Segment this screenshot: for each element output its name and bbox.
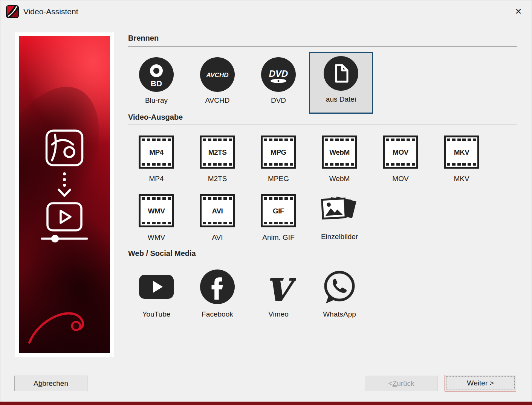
format-label: MPEG [268,175,289,183]
bottom-accent-bar [0,402,532,405]
web-tile-youtube[interactable]: YouTube [126,269,187,318]
filmstrip-icon: AVI [200,194,235,227]
filmstrip-format-text: MP4 [142,149,171,156]
format-tile-webm[interactable]: WebM WebM [309,136,370,183]
web-tile-whatsapp[interactable]: WhatsApp [309,269,370,318]
bluray-badge-text: BD [151,79,162,88]
format-label: Anim. GIF [262,233,295,242]
web-tile-vimeo[interactable]: v Vimeo [248,269,309,318]
section-title-video: Video-Ausgabe [128,113,183,122]
format-label: M2TS [208,175,227,183]
filmstrip-format-text: MKV [447,149,476,156]
filmstrip-icon: MPG [261,136,296,169]
video-assistant-dialog: Video-Assistent ✕ [0,0,532,405]
format-tile-einzelbilder[interactable]: Einzelbilder [309,194,370,241]
next-button[interactable]: Weiter > [445,375,516,391]
web-label: YouTube [142,310,171,318]
preview-panel [15,32,114,357]
divider [128,125,517,125]
format-label: AVI [212,233,223,242]
avchd-icon: AVCHD [200,57,235,92]
avchd-badge-text: AVCHD [206,72,228,79]
back-button[interactable]: < Zurück [365,376,438,391]
video-formats-row-2: WMV WMV AVI AVI GIF Anim. GIF [126,194,370,242]
filmstrip-format-text: MOV [386,149,415,156]
video-formats-row-1: MP4 MP4 M2TS M2TS MPG MPEG WebM [126,136,492,183]
burn-label: AVCHD [205,96,229,105]
format-tile-mkv[interactable]: MKV MKV [431,136,492,183]
format-label: MP4 [149,175,164,183]
back-label: < [388,379,392,388]
filmstrip-format-text: WebM [325,149,354,156]
cancel-label: A [34,379,38,388]
close-icon[interactable]: ✕ [510,5,527,19]
burn-label: DVD [271,96,286,105]
svg-text:v: v [266,269,296,304]
format-label: Einzelbilder [321,233,358,241]
web-targets-row: YouTube Facebook v Vimeo [126,269,370,318]
filmstrip-icon: WMV [139,194,174,227]
format-tile-mp4[interactable]: MP4 MP4 [126,136,187,183]
burn-tile-bluray[interactable]: BD Blu-ray [126,52,187,114]
burn-tile-aus-datei[interactable]: aus Datei [309,52,373,114]
format-label: MKV [454,175,469,183]
filmstrip-format-text: M2TS [203,149,232,156]
photos-stack-icon [321,195,358,227]
filmstrip-format-text: MPG [264,149,293,156]
web-label: Facebook [202,310,233,318]
app-logo-icon [6,5,19,18]
cancel-button[interactable]: Abbrechen [14,376,87,391]
burn-label: Blu-ray [145,96,168,105]
photo-icon [47,131,83,165]
format-tile-anim-gif[interactable]: GIF Anim. GIF [248,194,309,242]
burn-tile-dvd[interactable]: DVD DVD [248,52,309,114]
filmstrip-icon: GIF [261,194,296,227]
titlebar: Video-Assistent ✕ [0,0,532,23]
flower-stem [19,267,110,346]
window-title: Video-Assistent [23,0,78,23]
format-tile-m2ts[interactable]: M2TS M2TS [187,136,248,183]
filmstrip-icon: MP4 [139,136,174,169]
youtube-icon [139,269,174,304]
filmstrip-format-text: GIF [264,207,293,215]
burn-label: aus Datei [326,95,356,104]
facebook-icon [200,269,235,304]
burn-tile-avchd[interactable]: AVCHD AVCHD [187,52,248,114]
dvd-badge-text: DVD [269,69,288,79]
format-label: WMV [148,233,165,242]
format-label: WebM [329,175,350,183]
format-label: MOV [392,175,408,183]
file-icon [324,56,358,91]
web-label: WhatsApp [323,310,356,318]
filmstrip-format-text: WMV [142,207,171,215]
format-tile-avi[interactable]: AVI AVI [187,194,248,242]
section-title-burn: Brennen [128,34,159,43]
filmstrip-icon: M2TS [200,136,235,169]
burn-options-row: BD Blu-ray AVCHD AVCHD DVD DVD [126,52,373,114]
workflow-overlay [32,129,96,257]
vimeo-icon: v [261,269,296,304]
dvd-icon: DVD [261,57,296,92]
format-tile-wmv[interactable]: WMV WMV [126,194,187,242]
filmstrip-icon: WebM [322,136,357,169]
filmstrip-icon: MKV [444,136,479,169]
format-tile-mpeg[interactable]: MPG MPEG [248,136,309,183]
web-tile-facebook[interactable]: Facebook [187,269,248,318]
arrow-down-icon [59,172,70,196]
preview-image [19,36,110,353]
video-player-icon [42,203,87,242]
section-title-web: Web / Social Media [128,249,196,258]
filmstrip-format-text: AVI [203,207,232,215]
divider [128,261,517,261]
bluray-icon: BD [139,57,174,92]
whatsapp-icon [322,269,357,304]
format-tile-mov[interactable]: MOV MOV [370,136,431,183]
filmstrip-icon: MOV [383,136,418,169]
divider [128,46,517,47]
web-label: Vimeo [268,310,289,318]
